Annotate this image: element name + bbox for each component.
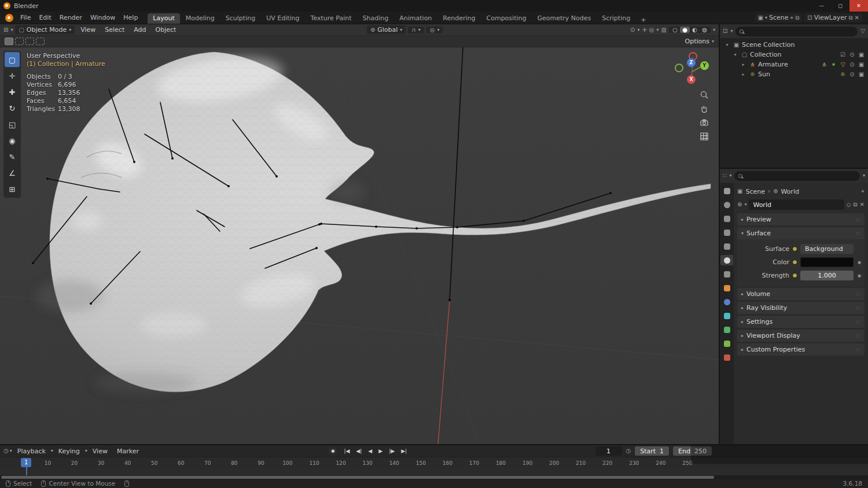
- panel-preview[interactable]: ▸ Preview ∷: [737, 213, 865, 225]
- tab-object[interactable]: [720, 283, 733, 293]
- cursor-tool[interactable]: ✛: [5, 68, 20, 83]
- move-tool[interactable]: ✚: [5, 84, 20, 99]
- gizmo-y-axis[interactable]: Y: [700, 61, 709, 70]
- copy-icon[interactable]: ⧉: [848, 15, 852, 21]
- panel-grip-icon[interactable]: ∷: [856, 319, 860, 325]
- disclosure-icon[interactable]: ▾: [723, 42, 731, 47]
- options-dropdown[interactable]: Options ▾: [685, 38, 714, 45]
- zoom-icon[interactable]: [700, 90, 709, 99]
- shading-wireframe-icon[interactable]: ○: [670, 27, 680, 33]
- measure-tool[interactable]: ∠: [5, 165, 20, 180]
- item-label[interactable]: Armature: [758, 61, 788, 68]
- xray-toggle-icon[interactable]: ▥: [661, 27, 667, 33]
- tab-texture-paint[interactable]: Texture Paint: [306, 13, 357, 24]
- tab-uv-editing[interactable]: UV Editing: [261, 13, 304, 24]
- unlink-icon[interactable]: ✕: [860, 202, 865, 208]
- fake-user-shield-icon[interactable]: ◇: [847, 202, 851, 208]
- animate-decorator-icon[interactable]: ●: [856, 273, 862, 278]
- chevron-down-icon[interactable]: ▾: [729, 173, 731, 178]
- menu-edit[interactable]: Edit: [35, 12, 55, 24]
- tab-compositing[interactable]: Compositing: [481, 13, 532, 24]
- outliner-row-sun[interactable]: ▸ ☼ Sun ☼ ⊙ ▣: [720, 69, 868, 79]
- gizmo-x-axis[interactable]: X: [687, 75, 696, 84]
- blender-menu-icon[interactable]: [5, 14, 13, 22]
- pin-icon[interactable]: ⌖: [861, 188, 865, 194]
- properties-search-input[interactable]: [734, 171, 860, 181]
- stingray-mesh[interactable]: [36, 50, 711, 393]
- chevron-down-icon[interactable]: ▾: [657, 28, 659, 32]
- hide-viewport-icon[interactable]: ⊙: [848, 61, 856, 68]
- pan-hand-icon[interactable]: [700, 104, 709, 113]
- select-mode-new[interactable]: [5, 38, 13, 45]
- tab-modifiers[interactable]: [720, 338, 733, 349]
- item-label[interactable]: Collection: [750, 51, 781, 58]
- shading-solid-icon[interactable]: ●: [680, 27, 690, 33]
- chevron-down-icon[interactable]: ▾: [637, 28, 639, 32]
- tab-geometry-nodes[interactable]: Geometry Nodes: [532, 13, 596, 24]
- snap-dropdown[interactable]: ∩ ▾: [408, 27, 424, 34]
- tab-view-layer[interactable]: [720, 227, 733, 238]
- disclosure-icon[interactable]: ▸: [740, 62, 747, 67]
- hide-viewport-icon[interactable]: ⊙: [848, 71, 856, 77]
- tab-world[interactable]: [720, 255, 733, 265]
- minimize-button[interactable]: —: [812, 0, 831, 12]
- copy-icon[interactable]: ⧉: [853, 202, 857, 208]
- breadcrumb-scene[interactable]: Scene: [745, 188, 765, 195]
- menu-window[interactable]: Window: [86, 12, 119, 24]
- exclude-checkbox[interactable]: ☑: [839, 51, 847, 58]
- proportional-editing-dropdown[interactable]: ◎ ▾: [426, 27, 443, 34]
- close-icon[interactable]: ✕: [855, 15, 859, 21]
- outliner-row-scene-collection[interactable]: ▾ ▣ Scene Collection: [720, 40, 868, 50]
- chevron-down-icon[interactable]: ▾: [10, 28, 13, 32]
- show-gizmos-icon[interactable]: ✛: [642, 27, 646, 33]
- pin-icon[interactable]: ⌖: [790, 15, 794, 21]
- jump-to-end-button[interactable]: ▶|: [399, 448, 409, 454]
- navigation-gizmo[interactable]: Z Y X: [675, 52, 711, 88]
- item-label[interactable]: Sun: [758, 71, 770, 78]
- menu-object[interactable]: Object: [152, 26, 180, 34]
- mode-dropdown[interactable]: ▢ Object Mode ▾: [15, 25, 75, 34]
- tab-scene[interactable]: [720, 241, 733, 252]
- chevron-down-icon[interactable]: ▾: [713, 28, 715, 32]
- playhead-frame-badge[interactable]: 1: [21, 458, 31, 467]
- panel-grip-icon[interactable]: ∷: [856, 291, 860, 297]
- action-icon[interactable]: ✶: [830, 61, 837, 68]
- menu-marker[interactable]: Marker: [113, 445, 143, 457]
- menu-render[interactable]: Render: [56, 12, 86, 24]
- panel-grip-icon[interactable]: ∷: [856, 305, 860, 311]
- strength-field[interactable]: 1.000: [800, 271, 854, 280]
- panel-grip-icon[interactable]: ∷: [856, 333, 860, 339]
- tab-modeling[interactable]: Modeling: [181, 13, 220, 24]
- orthographic-grid-icon[interactable]: [700, 132, 709, 141]
- menu-view[interactable]: View: [77, 26, 99, 34]
- object-visibility-icon[interactable]: ⊙: [630, 27, 635, 33]
- tab-animation[interactable]: Animation: [394, 13, 437, 24]
- item-label[interactable]: Scene Collection: [742, 41, 795, 49]
- armature-data-icon[interactable]: ⋔: [821, 61, 828, 68]
- tab-tool[interactable]: [720, 186, 733, 196]
- panel-volume[interactable]: ▸ Volume ∷: [737, 288, 865, 300]
- modifier-triangle-icon[interactable]: ▽: [839, 61, 847, 68]
- scrollbar-thumb[interactable]: [1, 476, 714, 479]
- panel-grip-icon[interactable]: ∷: [856, 231, 860, 236]
- chevron-down-icon[interactable]: ▾: [10, 449, 12, 453]
- tab-physics[interactable]: [720, 297, 733, 307]
- select-mode-invert[interactable]: [36, 38, 45, 45]
- editor-type-icon[interactable]: ⊞: [3, 27, 8, 33]
- menu-add[interactable]: Add: [130, 26, 149, 34]
- panel-grip-icon[interactable]: ∷: [856, 347, 860, 353]
- timeline-scrollbar[interactable]: [0, 475, 868, 479]
- panel-settings[interactable]: ▸ Settings ∷: [737, 316, 865, 328]
- tab-layout[interactable]: Layout: [148, 13, 179, 24]
- hide-viewport-icon[interactable]: ⊙: [848, 51, 856, 58]
- select-mode-extend[interactable]: [15, 38, 24, 45]
- outliner-row-armature[interactable]: ▸ ⋔ Armature ⋔ ✶ ▽ ⊙ ▣: [720, 60, 868, 69]
- viewport-canvas[interactable]: ▢ ✛ ✚ ↻ ◱ ◉ ✎ ∠ ⊞ User Perspective (1) C…: [0, 47, 719, 444]
- tab-texture[interactable]: [720, 352, 733, 363]
- tab-constraints[interactable]: [720, 310, 733, 321]
- maximize-button[interactable]: ◻: [831, 0, 849, 12]
- viewlayer-selector[interactable]: ⊡ ViewLayer ⧉ ✕: [804, 13, 862, 22]
- animate-decorator-icon[interactable]: ●: [856, 260, 862, 265]
- auto-keying-record-icon[interactable]: ●: [329, 447, 337, 455]
- gizmo-z-axis[interactable]: Z: [687, 58, 696, 67]
